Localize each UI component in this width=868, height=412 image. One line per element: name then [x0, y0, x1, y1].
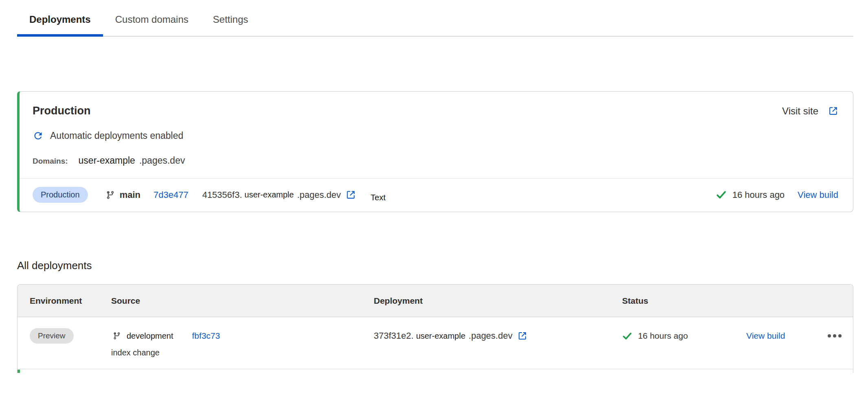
production-card-header: Production Visit site	[33, 105, 838, 117]
deployment-url-prefix: 373f31e2.	[374, 331, 414, 341]
tab-bar: Deployments Custom domains Settings	[17, 0, 853, 37]
external-link-icon	[517, 331, 527, 341]
actions-cell: View build	[746, 328, 826, 344]
source-cell: development fbf3c73 index change	[111, 328, 374, 357]
ellipsis-icon	[827, 334, 842, 338]
commit-message: index change	[111, 348, 374, 357]
refresh-icon	[33, 130, 44, 141]
git-branch-icon	[113, 332, 121, 340]
deployment-url-suffix: .pages.dev	[469, 331, 513, 341]
next-row-green-border	[18, 370, 20, 373]
next-row-peek	[18, 369, 853, 373]
visit-site-link[interactable]: Visit site	[782, 105, 838, 117]
table-header-row: Environment Source Deployment Status	[18, 285, 853, 317]
domains-label: Domains:	[33, 157, 68, 166]
commit-link[interactable]: fbf3c73	[192, 331, 220, 341]
environment-badge: Production	[33, 187, 88, 203]
domain-name: user-example	[79, 155, 135, 166]
success-check-icon	[716, 189, 727, 200]
deployment-time: 16 hours ago	[638, 331, 688, 341]
deployment-url-link[interactable]: 415356f3. user-example .pages.dev	[202, 190, 356, 200]
production-card-title: Production	[33, 105, 91, 117]
pages-project-page: Deployments Custom domains Settings Prod…	[0, 0, 868, 373]
menu-cell	[826, 328, 853, 344]
deployment-url-name: user-example	[416, 331, 465, 341]
environment-cell: Preview	[30, 328, 111, 344]
all-deployments-heading: All deployments	[17, 259, 853, 272]
deployment-status: 16 hours ago View build	[716, 189, 838, 200]
commit-message: Text	[370, 193, 386, 202]
external-link-icon	[828, 106, 838, 116]
status-cell: 16 hours ago	[622, 328, 746, 344]
column-environment: Environment	[30, 296, 111, 306]
view-build-link[interactable]: View build	[798, 190, 838, 200]
production-card: Production Visit site Automatic deployme…	[17, 91, 853, 212]
column-source: Source	[111, 296, 374, 306]
domains-row: Domains: user-example .pages.dev	[33, 155, 838, 166]
external-link-icon	[346, 190, 356, 200]
column-status: Status	[622, 296, 746, 306]
deployment-url-prefix: 415356f3.	[202, 190, 242, 200]
column-deployment: Deployment	[374, 296, 622, 306]
deployment-row: Preview development fbf3c73 index change…	[18, 317, 853, 369]
tab-deployments[interactable]: Deployments	[17, 11, 103, 37]
view-build-link[interactable]: View build	[746, 331, 785, 341]
deployment-url-suffix: .pages.dev	[297, 190, 341, 200]
auto-deployments-row: Automatic deployments enabled	[33, 130, 838, 141]
commit-link[interactable]: 7d3e477	[153, 190, 189, 200]
deployment-url-name: user-example	[245, 190, 294, 199]
success-check-icon	[622, 331, 632, 341]
tab-custom-domains[interactable]: Custom domains	[103, 11, 201, 36]
branch-name: main	[120, 190, 140, 200]
git-branch-icon	[106, 191, 115, 199]
domain-suffix: .pages.dev	[139, 155, 185, 166]
row-menu-button[interactable]	[826, 331, 844, 341]
tab-settings[interactable]: Settings	[201, 11, 261, 36]
visit-site-label: Visit site	[782, 105, 818, 117]
production-deployment-row: Production main 7d3e477 415356f3. user-e…	[20, 178, 853, 212]
deployment-url-link[interactable]: 373f31e2. user-example .pages.dev	[374, 331, 527, 341]
deployments-table: Environment Source Deployment Status Pre…	[17, 284, 853, 373]
deployment-cell: 373f31e2. user-example .pages.dev	[374, 328, 622, 344]
environment-badge: Preview	[30, 328, 74, 344]
branch-name: development	[127, 331, 173, 341]
auto-deployments-text: Automatic deployments enabled	[50, 130, 183, 141]
deployment-time: 16 hours ago	[732, 190, 785, 200]
